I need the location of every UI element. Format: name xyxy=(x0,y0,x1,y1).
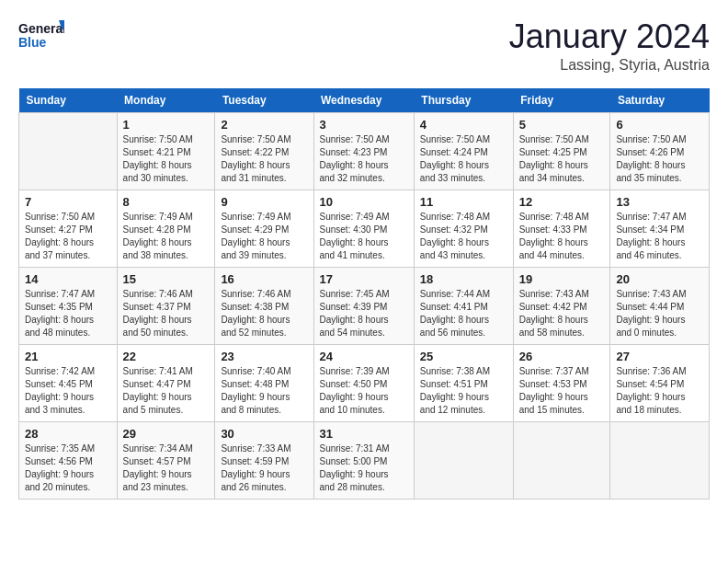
weekday-header-friday: Friday xyxy=(513,88,610,113)
week-row-5: 28Sunrise: 7:35 AM Sunset: 4:56 PM Dayli… xyxy=(19,421,710,499)
calendar-cell: 27Sunrise: 7:36 AM Sunset: 4:54 PM Dayli… xyxy=(610,344,710,421)
calendar-cell: 6Sunrise: 7:50 AM Sunset: 4:26 PM Daylig… xyxy=(610,112,710,190)
weekday-header-saturday: Saturday xyxy=(610,88,710,113)
day-info: Sunrise: 7:49 AM Sunset: 4:28 PM Dayligh… xyxy=(123,211,210,262)
day-info: Sunrise: 7:40 AM Sunset: 4:48 PM Dayligh… xyxy=(221,365,307,417)
day-number: 18 xyxy=(420,272,507,286)
calendar-cell: 8Sunrise: 7:49 AM Sunset: 4:28 PM Daylig… xyxy=(117,190,215,267)
day-number: 12 xyxy=(519,195,605,209)
calendar-cell: 16Sunrise: 7:46 AM Sunset: 4:38 PM Dayli… xyxy=(215,267,313,344)
day-number: 10 xyxy=(320,195,408,209)
day-number: 23 xyxy=(221,350,307,363)
calendar-cell: 21Sunrise: 7:42 AM Sunset: 4:45 PM Dayli… xyxy=(19,344,118,421)
calendar-cell: 14Sunrise: 7:47 AM Sunset: 4:35 PM Dayli… xyxy=(19,267,118,344)
calendar-cell: 29Sunrise: 7:34 AM Sunset: 4:57 PM Dayli… xyxy=(117,421,215,499)
day-number: 13 xyxy=(616,195,703,209)
month-title: January 2024 xyxy=(509,18,710,55)
calendar-cell: 23Sunrise: 7:40 AM Sunset: 4:48 PM Dayli… xyxy=(215,344,313,421)
day-info: Sunrise: 7:48 AM Sunset: 4:33 PM Dayligh… xyxy=(519,211,605,262)
day-number: 20 xyxy=(616,272,703,286)
day-info: Sunrise: 7:45 AM Sunset: 4:39 PM Dayligh… xyxy=(320,288,408,339)
calendar-cell xyxy=(513,421,610,499)
day-info: Sunrise: 7:50 AM Sunset: 4:27 PM Dayligh… xyxy=(25,211,111,262)
day-info: Sunrise: 7:35 AM Sunset: 4:56 PM Dayligh… xyxy=(25,442,111,494)
weekday-header-tuesday: Tuesday xyxy=(215,88,313,113)
calendar-cell: 26Sunrise: 7:37 AM Sunset: 4:53 PM Dayli… xyxy=(513,344,610,421)
logo-svg: General Blue xyxy=(18,18,64,53)
weekday-header-monday: Monday xyxy=(117,88,215,113)
calendar-cell: 24Sunrise: 7:39 AM Sunset: 4:50 PM Dayli… xyxy=(313,344,414,421)
day-info: Sunrise: 7:36 AM Sunset: 4:54 PM Dayligh… xyxy=(616,365,703,417)
calendar-cell: 4Sunrise: 7:50 AM Sunset: 4:24 PM Daylig… xyxy=(414,112,513,190)
day-info: Sunrise: 7:47 AM Sunset: 4:34 PM Dayligh… xyxy=(616,211,703,262)
day-number: 26 xyxy=(519,350,605,363)
day-number: 24 xyxy=(320,350,408,363)
week-row-4: 21Sunrise: 7:42 AM Sunset: 4:45 PM Dayli… xyxy=(19,344,710,421)
calendar-cell: 9Sunrise: 7:49 AM Sunset: 4:29 PM Daylig… xyxy=(215,190,313,267)
calendar-cell: 15Sunrise: 7:46 AM Sunset: 4:37 PM Dayli… xyxy=(117,267,215,344)
calendar-cell: 18Sunrise: 7:44 AM Sunset: 4:41 PM Dayli… xyxy=(414,267,513,344)
calendar-cell: 13Sunrise: 7:47 AM Sunset: 4:34 PM Dayli… xyxy=(610,190,710,267)
calendar-cell: 3Sunrise: 7:50 AM Sunset: 4:23 PM Daylig… xyxy=(313,112,414,190)
calendar-cell: 30Sunrise: 7:33 AM Sunset: 4:59 PM Dayli… xyxy=(215,421,313,499)
calendar-cell: 10Sunrise: 7:49 AM Sunset: 4:30 PM Dayli… xyxy=(313,190,414,267)
day-number: 5 xyxy=(519,118,605,132)
location-title: Lassing, Styria, Austria xyxy=(509,57,710,74)
day-info: Sunrise: 7:48 AM Sunset: 4:32 PM Dayligh… xyxy=(420,211,507,262)
weekday-header-sunday: Sunday xyxy=(19,88,118,113)
header: General Blue January 2024 Lassing, Styri… xyxy=(18,18,710,74)
week-row-2: 7Sunrise: 7:50 AM Sunset: 4:27 PM Daylig… xyxy=(19,190,710,267)
day-info: Sunrise: 7:38 AM Sunset: 4:51 PM Dayligh… xyxy=(420,365,507,417)
day-number: 3 xyxy=(320,118,408,132)
day-number: 11 xyxy=(420,195,507,209)
day-number: 25 xyxy=(420,350,507,363)
weekday-header-wednesday: Wednesday xyxy=(313,88,414,113)
day-number: 29 xyxy=(123,427,210,441)
day-number: 6 xyxy=(616,118,703,132)
day-info: Sunrise: 7:41 AM Sunset: 4:47 PM Dayligh… xyxy=(123,365,210,417)
week-row-1: 1Sunrise: 7:50 AM Sunset: 4:21 PM Daylig… xyxy=(19,112,710,190)
day-info: Sunrise: 7:42 AM Sunset: 4:45 PM Dayligh… xyxy=(25,365,111,417)
day-number: 27 xyxy=(616,350,703,363)
day-info: Sunrise: 7:50 AM Sunset: 4:21 PM Dayligh… xyxy=(123,133,210,185)
week-row-3: 14Sunrise: 7:47 AM Sunset: 4:35 PM Dayli… xyxy=(19,267,710,344)
day-info: Sunrise: 7:43 AM Sunset: 4:42 PM Dayligh… xyxy=(519,288,605,339)
calendar-cell: 17Sunrise: 7:45 AM Sunset: 4:39 PM Dayli… xyxy=(313,267,414,344)
day-info: Sunrise: 7:31 AM Sunset: 5:00 PM Dayligh… xyxy=(320,442,408,494)
day-number: 7 xyxy=(25,195,111,209)
day-number: 9 xyxy=(221,195,307,209)
calendar-cell: 19Sunrise: 7:43 AM Sunset: 4:42 PM Dayli… xyxy=(513,267,610,344)
day-info: Sunrise: 7:44 AM Sunset: 4:41 PM Dayligh… xyxy=(420,288,507,339)
day-info: Sunrise: 7:37 AM Sunset: 4:53 PM Dayligh… xyxy=(519,365,605,417)
day-number: 28 xyxy=(25,427,111,441)
calendar-cell: 25Sunrise: 7:38 AM Sunset: 4:51 PM Dayli… xyxy=(414,344,513,421)
day-number: 8 xyxy=(123,195,210,209)
day-info: Sunrise: 7:50 AM Sunset: 4:23 PM Dayligh… xyxy=(320,133,408,185)
title-section: January 2024 Lassing, Styria, Austria xyxy=(509,18,710,74)
logo: General Blue xyxy=(18,18,64,53)
day-number: 1 xyxy=(123,118,210,132)
weekday-header-row: SundayMondayTuesdayWednesdayThursdayFrid… xyxy=(19,88,710,113)
calendar-cell: 31Sunrise: 7:31 AM Sunset: 5:00 PM Dayli… xyxy=(313,421,414,499)
day-number: 19 xyxy=(519,272,605,286)
calendar-cell xyxy=(610,421,710,499)
day-number: 2 xyxy=(221,118,307,132)
day-info: Sunrise: 7:49 AM Sunset: 4:30 PM Dayligh… xyxy=(320,211,408,262)
day-info: Sunrise: 7:47 AM Sunset: 4:35 PM Dayligh… xyxy=(25,288,111,339)
day-info: Sunrise: 7:46 AM Sunset: 4:38 PM Dayligh… xyxy=(221,288,307,339)
calendar-cell: 28Sunrise: 7:35 AM Sunset: 4:56 PM Dayli… xyxy=(19,421,118,499)
day-number: 22 xyxy=(123,350,210,363)
day-info: Sunrise: 7:34 AM Sunset: 4:57 PM Dayligh… xyxy=(123,442,210,494)
calendar-cell xyxy=(19,112,118,190)
calendar-cell: 22Sunrise: 7:41 AM Sunset: 4:47 PM Dayli… xyxy=(117,344,215,421)
calendar-cell: 1Sunrise: 7:50 AM Sunset: 4:21 PM Daylig… xyxy=(117,112,215,190)
day-number: 15 xyxy=(123,272,210,286)
calendar-cell: 2Sunrise: 7:50 AM Sunset: 4:22 PM Daylig… xyxy=(215,112,313,190)
svg-text:General: General xyxy=(18,21,64,36)
day-info: Sunrise: 7:33 AM Sunset: 4:59 PM Dayligh… xyxy=(221,442,307,494)
calendar-table: SundayMondayTuesdayWednesdayThursdayFrid… xyxy=(18,88,710,500)
calendar-cell xyxy=(414,421,513,499)
day-info: Sunrise: 7:43 AM Sunset: 4:44 PM Dayligh… xyxy=(616,288,703,339)
day-number: 14 xyxy=(25,272,111,286)
calendar-cell: 5Sunrise: 7:50 AM Sunset: 4:25 PM Daylig… xyxy=(513,112,610,190)
